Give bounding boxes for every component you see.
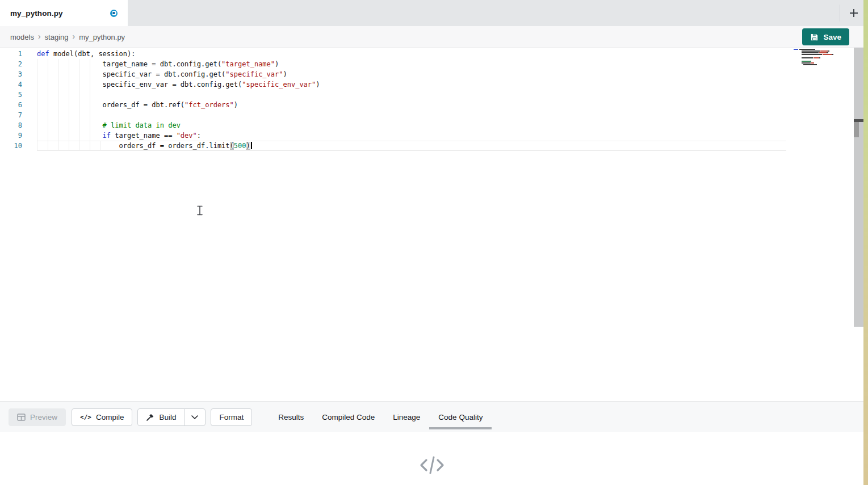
build-split-button: Build	[137, 408, 206, 426]
indent-guide	[79, 110, 79, 120]
build-button[interactable]: Build	[137, 408, 184, 426]
code-line: 9 if target_name == "dev":	[0, 130, 854, 141]
indent-guide	[58, 110, 58, 120]
breadcrumb-item[interactable]: models	[10, 33, 34, 41]
breadcrumb-separator-icon: ›	[73, 32, 76, 41]
save-button-label: Save	[823, 33, 841, 41]
hammer-icon	[146, 413, 154, 421]
code-text: target_name = dbt.config.get("target_nam…	[37, 59, 279, 69]
preview-button[interactable]: Preview	[9, 408, 66, 426]
code-line: 8 # limit data in dev	[0, 120, 854, 130]
code-icon: </>	[80, 414, 91, 421]
line-number: 1	[0, 49, 22, 59]
text-caret	[251, 142, 252, 149]
tab-bar-divider	[840, 5, 840, 22]
compile-button[interactable]: </> Compile	[72, 408, 132, 426]
code-icon	[419, 455, 445, 475]
breadcrumb-bar: models›staging›my_python.py Save	[0, 26, 863, 48]
build-button-label: Build	[159, 413, 176, 421]
tab-title: my_python.py	[10, 9, 63, 18]
indent-guide	[37, 110, 37, 120]
bottom-toolbar: Preview </> Compile Build Format Resul	[0, 401, 863, 432]
code-text: if target_name == "dev":	[37, 130, 201, 141]
desktop-edge-strip	[863, 0, 868, 485]
line-number: 10	[0, 141, 22, 151]
code-lines: 1def model(dbt, session):2 target_name =…	[0, 49, 854, 151]
code-text: specific_var = dbt.config.get("specific_…	[37, 69, 287, 79]
tab-compiled-code[interactable]: Compiled Code	[313, 402, 384, 432]
scrollbar-thumb[interactable]	[854, 122, 859, 137]
indent-guide	[69, 110, 69, 120]
results-panel	[0, 432, 863, 485]
breadcrumb-item[interactable]: staging	[45, 33, 69, 41]
minimap[interactable]	[794, 49, 848, 66]
tab-lineage[interactable]: Lineage	[384, 402, 429, 432]
format-button[interactable]: Format	[211, 408, 252, 426]
table-icon	[17, 414, 26, 421]
format-button-label: Format	[219, 413, 244, 421]
mouse-ibeam-cursor	[196, 205, 203, 216]
code-line: 5	[0, 90, 854, 100]
save-button[interactable]: Save	[802, 28, 849, 45]
code-line: 4 specific_env_var = dbt.config.get("spe…	[0, 79, 854, 90]
line-number: 4	[0, 79, 22, 90]
code-text: orders_df = orders_df.limit(500)	[37, 141, 252, 151]
breadcrumb: models›staging›my_python.py	[10, 26, 125, 48]
vertical-scrollbar[interactable]	[854, 48, 863, 327]
code-line: 2 target_name = dbt.config.get("target_n…	[0, 59, 854, 69]
code-line: 6 orders_df = dbt.ref("fct_orders")	[0, 100, 854, 110]
unsaved-changes-dot-icon	[110, 10, 118, 17]
indent-guide	[90, 110, 90, 120]
breadcrumb-separator-icon: ›	[38, 32, 41, 41]
indent-guide	[48, 90, 48, 100]
indent-guide	[48, 110, 48, 120]
code-editor[interactable]: 1def model(dbt, session):2 target_name =…	[0, 48, 854, 401]
line-number: 2	[0, 59, 22, 69]
line-number: 8	[0, 120, 22, 130]
indent-guide	[58, 90, 58, 100]
line-number: 3	[0, 69, 22, 79]
floppy-disk-icon	[810, 33, 819, 41]
new-tab-button[interactable]	[844, 3, 863, 23]
indent-guide	[37, 90, 37, 100]
code-text: orders_df = dbt.ref("fct_orders")	[37, 100, 238, 110]
dbt-ide-window: my_python.py models›staging›my_python.py…	[0, 0, 868, 485]
indent-guide	[90, 90, 90, 100]
code-line: 3 specific_var = dbt.config.get("specifi…	[0, 69, 854, 79]
breadcrumb-item[interactable]: my_python.py	[79, 33, 125, 41]
indent-guide	[79, 90, 79, 100]
editor-tab-bar: my_python.py	[0, 0, 863, 26]
code-text: def model(dbt, session):	[37, 49, 135, 59]
code-line: 10 orders_df = orders_df.limit(500)	[0, 141, 854, 151]
tab-code-quality[interactable]: Code Quality	[429, 402, 492, 432]
code-line: 1def model(dbt, session):	[0, 49, 854, 59]
line-number: 5	[0, 90, 22, 100]
preview-button-label: Preview	[30, 413, 57, 421]
tab-my-python-py[interactable]: my_python.py	[0, 0, 128, 26]
plus-icon	[848, 7, 859, 19]
chevron-down-icon	[191, 415, 198, 419]
compile-button-label: Compile	[96, 413, 124, 421]
code-text: specific_env_var = dbt.config.get("speci…	[37, 79, 320, 90]
tab-results[interactable]: Results	[269, 402, 313, 432]
line-number: 7	[0, 110, 22, 120]
code-line: 7	[0, 110, 854, 120]
line-number: 9	[0, 130, 22, 141]
build-options-button[interactable]	[184, 408, 206, 426]
line-number: 6	[0, 100, 22, 110]
indent-guide	[69, 90, 69, 100]
code-text: # limit data in dev	[37, 120, 181, 130]
result-tabs: ResultsCompiled CodeLineageCode Quality	[269, 402, 492, 432]
